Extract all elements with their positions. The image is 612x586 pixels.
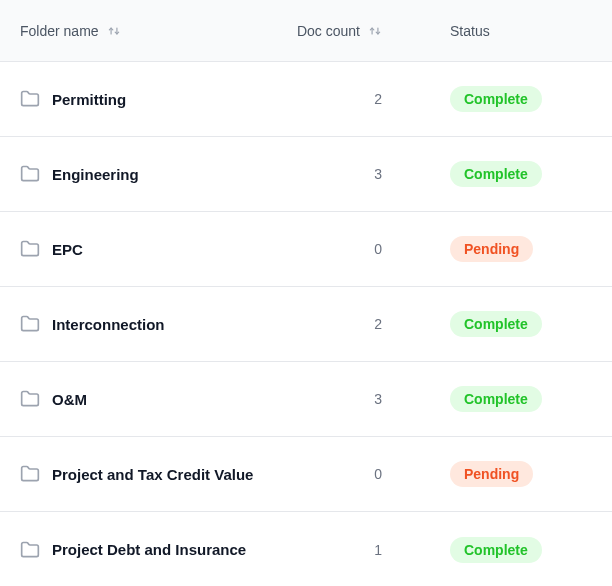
folder-name-cell: Project Debt and Insurance xyxy=(20,540,280,560)
status-cell: Complete xyxy=(390,311,550,337)
folder-table: Folder name Doc count Status Permitting2… xyxy=(0,0,612,586)
doc-count-cell: 2 xyxy=(280,91,390,107)
status-cell: Complete xyxy=(390,86,550,112)
folder-name-cell: Engineering xyxy=(20,164,280,184)
folder-icon xyxy=(20,464,40,484)
header-status-label: Status xyxy=(450,23,490,39)
folder-icon xyxy=(20,89,40,109)
header-status: Status xyxy=(390,23,550,39)
status-cell: Complete xyxy=(390,386,550,412)
folder-icon xyxy=(20,164,40,184)
table-row[interactable]: O&M3Complete xyxy=(0,362,612,437)
doc-count-cell: 3 xyxy=(280,391,390,407)
status-badge: Complete xyxy=(450,161,542,187)
status-cell: Complete xyxy=(390,161,550,187)
folder-name-label: Project Debt and Insurance xyxy=(52,541,246,558)
status-badge: Complete xyxy=(450,386,542,412)
table-row[interactable]: Engineering3Complete xyxy=(0,137,612,212)
status-cell: Pending xyxy=(390,236,550,262)
doc-count-cell: 2 xyxy=(280,316,390,332)
folder-name-label: Interconnection xyxy=(52,316,165,333)
table-row[interactable]: Permitting2Complete xyxy=(0,62,612,137)
folder-name-label: Engineering xyxy=(52,166,139,183)
table-row[interactable]: Interconnection2Complete xyxy=(0,287,612,362)
folder-name-label: O&M xyxy=(52,391,87,408)
folder-name-cell: EPC xyxy=(20,239,280,259)
status-badge: Complete xyxy=(450,311,542,337)
folder-name-label: Project and Tax Credit Value xyxy=(52,466,253,483)
folder-icon xyxy=(20,314,40,334)
folder-icon xyxy=(20,389,40,409)
table-row[interactable]: Project Debt and Insurance1Complete xyxy=(0,512,612,586)
status-cell: Pending xyxy=(390,461,550,487)
doc-count-cell: 0 xyxy=(280,466,390,482)
header-doc-count[interactable]: Doc count xyxy=(280,23,390,39)
folder-name-cell: Permitting xyxy=(20,89,280,109)
sort-icon xyxy=(368,24,382,38)
folder-name-cell: Interconnection xyxy=(20,314,280,334)
sort-icon xyxy=(107,24,121,38)
doc-count-cell: 3 xyxy=(280,166,390,182)
folder-icon xyxy=(20,239,40,259)
table-row[interactable]: EPC0Pending xyxy=(0,212,612,287)
header-doc-count-label: Doc count xyxy=(297,23,360,39)
status-cell: Complete xyxy=(390,537,550,563)
status-badge: Complete xyxy=(450,537,542,563)
status-badge: Pending xyxy=(450,461,533,487)
header-folder-name-label: Folder name xyxy=(20,23,99,39)
status-badge: Complete xyxy=(450,86,542,112)
table-row[interactable]: Project and Tax Credit Value0Pending xyxy=(0,437,612,512)
table-body: Permitting2CompleteEngineering3CompleteE… xyxy=(0,62,612,586)
folder-icon xyxy=(20,540,40,560)
folder-name-label: Permitting xyxy=(52,91,126,108)
folder-name-label: EPC xyxy=(52,241,83,258)
doc-count-cell: 1 xyxy=(280,542,390,558)
header-folder-name[interactable]: Folder name xyxy=(20,23,280,39)
folder-name-cell: O&M xyxy=(20,389,280,409)
table-header-row: Folder name Doc count Status xyxy=(0,0,612,62)
doc-count-cell: 0 xyxy=(280,241,390,257)
status-badge: Pending xyxy=(450,236,533,262)
folder-name-cell: Project and Tax Credit Value xyxy=(20,464,280,484)
